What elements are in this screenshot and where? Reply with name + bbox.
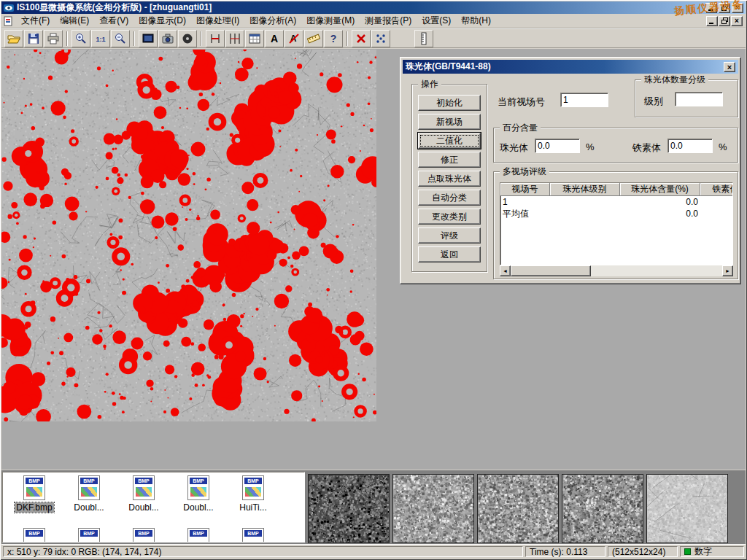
mdi-window-controls: × xyxy=(706,16,743,26)
menu-help[interactable]: 帮助(H) xyxy=(456,13,496,28)
auto-classify-button[interactable]: 自动分类 xyxy=(418,190,481,206)
file-name[interactable]: DKF.bmp xyxy=(15,502,53,513)
bmp-badge: BMP xyxy=(26,530,43,537)
current-field-input[interactable] xyxy=(560,93,608,107)
cell-content: 0.0 xyxy=(620,209,700,219)
window-title: IS100显微摄像系统(金相分析版) - [zhuguangti01] xyxy=(17,1,212,14)
scrollbar-track[interactable] xyxy=(511,265,722,276)
bmp-file-icon[interactable]: BMP xyxy=(78,528,100,542)
file-name[interactable]: Doubl... xyxy=(127,502,160,513)
return-button[interactable]: 返回 xyxy=(418,246,481,262)
calipers-button[interactable] xyxy=(206,30,225,47)
file-name[interactable]: Doubl... xyxy=(72,502,105,513)
zoom-out-button[interactable] xyxy=(111,30,130,47)
vertical-ruler-button[interactable] xyxy=(414,30,433,47)
rating-table[interactable]: 视场号 珠光体级别 珠光体含量(%) 铁素体 1 0.0 平均值 xyxy=(500,182,733,265)
menu-image-display[interactable]: 图像显示(D) xyxy=(133,13,191,28)
menu-file[interactable]: 文件(F) xyxy=(16,13,55,28)
dialog-title-bar[interactable]: 珠光体(GB/T9441-88) × xyxy=(403,60,738,74)
menu-view[interactable]: 查看(V) xyxy=(94,13,133,28)
data-table-button[interactable] xyxy=(245,30,264,47)
ferrite-percent-input[interactable] xyxy=(667,139,713,153)
cell-content: 0.0 xyxy=(620,197,700,207)
thumbnail-5[interactable] xyxy=(646,474,728,543)
header-field-no[interactable]: 视场号 xyxy=(500,183,550,196)
menu-image-analysis[interactable]: 图像分析(A) xyxy=(244,13,301,28)
file-item[interactable]: BMP DKF.bmp xyxy=(9,475,60,513)
menu-measure-report[interactable]: 测量报告(P) xyxy=(360,13,417,28)
mdi-minimize-button[interactable] xyxy=(706,16,718,26)
thumbnail-2[interactable] xyxy=(392,474,474,543)
bmp-file-icon[interactable]: BMP xyxy=(187,528,209,542)
file-name[interactable]: Doubl... xyxy=(182,502,214,513)
point-picker-button[interactable] xyxy=(371,30,390,47)
level-input[interactable] xyxy=(675,92,723,106)
thumbnail-1[interactable] xyxy=(308,474,390,543)
grading-group-title: 珠光体数量分级 xyxy=(641,74,708,85)
thumbnail-3[interactable] xyxy=(477,474,559,543)
open-button[interactable] xyxy=(4,30,23,47)
ruler-button[interactable] xyxy=(304,30,323,47)
file-browser[interactable]: BMP DKF.bmp BMP Doubl... BMP Doubl... BM… xyxy=(2,472,305,542)
thumbnail-4[interactable] xyxy=(562,474,643,543)
correct-button[interactable]: 修正 xyxy=(418,152,481,168)
scroll-right-arrow[interactable]: ► xyxy=(722,265,733,276)
binarize-button[interactable]: 二值化 xyxy=(418,133,481,149)
rate-button[interactable]: 评级 xyxy=(418,228,481,244)
calipers-icon xyxy=(209,32,222,45)
save-button[interactable] xyxy=(24,30,43,47)
dialog-close-button[interactable]: × xyxy=(724,62,735,72)
help-button[interactable]: ? xyxy=(324,30,343,47)
ruler-icon xyxy=(307,32,320,45)
file-item[interactable]: BMP Doubl... xyxy=(173,475,224,513)
file-name[interactable]: HuiTi... xyxy=(238,502,268,513)
bmp-file-icon[interactable]: BMP xyxy=(23,528,45,542)
menu-image-processing[interactable]: 图像处理(I) xyxy=(191,13,244,28)
menu-edit[interactable]: 编辑(E) xyxy=(55,13,94,28)
file-thumbnail-art xyxy=(245,487,261,497)
print-button[interactable] xyxy=(44,30,63,47)
mdi-close-button[interactable]: × xyxy=(731,16,743,26)
file-item[interactable]: BMP Doubl... xyxy=(118,475,169,513)
display-button[interactable] xyxy=(139,30,158,47)
delete-marks-button[interactable] xyxy=(352,30,371,47)
header-pearlite-level[interactable]: 珠光体级别 xyxy=(550,183,620,196)
bmp-file-icon[interactable]: BMP xyxy=(242,528,264,542)
zoom-in-button[interactable] xyxy=(71,30,90,47)
metallograph-image[interactable] xyxy=(1,50,376,421)
mdi-restore-button[interactable] xyxy=(719,16,730,26)
bmp-file-icon[interactable]: BMP xyxy=(133,528,155,542)
init-button[interactable]: 初始化 xyxy=(418,95,481,111)
camera-button[interactable] xyxy=(158,30,177,47)
menu-image-measure[interactable]: 图像测量(M) xyxy=(301,13,360,28)
bmp-file-icon: BMP xyxy=(78,475,100,500)
measure-lines-button[interactable] xyxy=(225,30,244,47)
scrollbar-thumb[interactable] xyxy=(511,265,591,276)
change-category-button[interactable]: 更改类别 xyxy=(418,209,481,225)
header-ferrite[interactable]: 铁素体 xyxy=(700,183,733,196)
bmp-badge: BMP xyxy=(80,478,98,484)
restore-button[interactable] xyxy=(719,3,730,13)
file-item[interactable]: BMP Doubl... xyxy=(63,475,115,513)
menu-settings[interactable]: 设置(S) xyxy=(417,13,456,28)
text-delete-button[interactable]: A xyxy=(285,30,303,47)
close-button[interactable]: × xyxy=(732,3,743,13)
actual-size-button[interactable]: 1:1 xyxy=(91,30,110,47)
table-row[interactable]: 1 0.0 xyxy=(500,196,732,208)
svg-text:1:1: 1:1 xyxy=(96,36,105,43)
file-item[interactable]: BMP HuiTi... xyxy=(228,475,279,513)
filmstrip-panel: BMP DKF.bmp BMP Doubl... BMP Doubl... BM… xyxy=(1,470,746,544)
measure-lines-icon xyxy=(228,32,241,45)
pearlite-percent-input[interactable] xyxy=(535,139,580,153)
minimize-button[interactable] xyxy=(705,3,717,13)
mode-indicator: 数字 xyxy=(680,546,744,557)
scroll-left-arrow[interactable]: ◄ xyxy=(500,265,511,276)
text-button[interactable]: A xyxy=(265,30,284,47)
table-row[interactable]: 平均值 0.0 xyxy=(500,208,732,219)
pick-pearlite-button[interactable]: 点取珠光体 xyxy=(418,171,481,187)
new-field-button[interactable]: 新视场 xyxy=(418,114,481,130)
table-hscrollbar[interactable]: ◄ ► xyxy=(500,265,733,276)
header-pearlite-content[interactable]: 珠光体含量(%) xyxy=(620,183,700,196)
grading-group: 珠光体数量分级 级别 xyxy=(635,79,738,117)
capture-button[interactable] xyxy=(178,30,197,47)
